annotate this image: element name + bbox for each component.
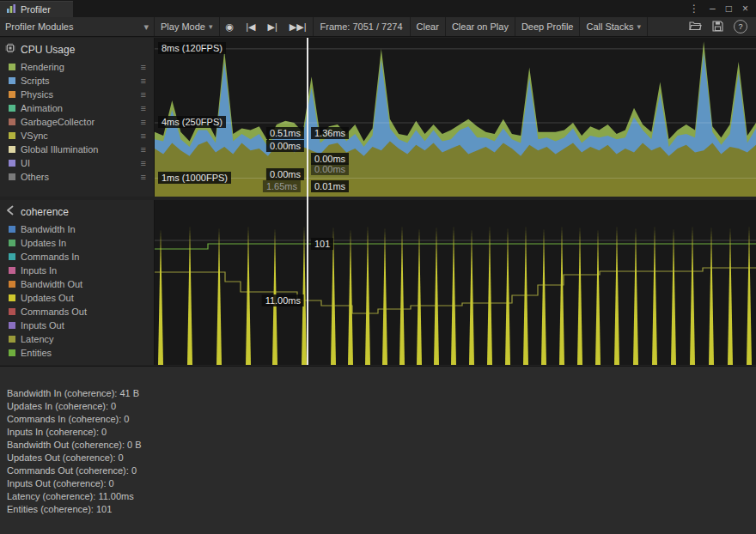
maximize-icon[interactable]: □ xyxy=(726,3,732,14)
load-profile-button[interactable] xyxy=(684,17,707,36)
chevron-down-icon: ▾ xyxy=(143,21,149,33)
coherence-module-icon xyxy=(5,205,15,218)
selected-frame-playhead[interactable] xyxy=(307,38,308,365)
legend-item-label: VSync xyxy=(21,130,48,141)
drag-handle-icon[interactable]: ≡ xyxy=(141,130,146,141)
save-profile-button[interactable] xyxy=(707,17,729,36)
titlebar: Profiler ⋮ – □ × xyxy=(0,0,756,17)
legend-item-commands-out[interactable]: Commands Out xyxy=(0,305,154,319)
drag-handle-icon[interactable]: ≡ xyxy=(141,144,146,155)
record-button[interactable]: ◉ xyxy=(220,17,241,36)
legend-item-label: Bandwidth Out xyxy=(21,279,82,289)
tab-title: Profiler xyxy=(21,4,51,15)
legend-item-label: Bandwidth In xyxy=(21,224,76,234)
minimize-icon[interactable]: – xyxy=(710,3,716,14)
stat-line: Entities (coherence): 101 xyxy=(7,503,756,516)
deep-profile-toggle[interactable]: Deep Profile xyxy=(515,17,580,36)
legend-color-swatch xyxy=(9,322,15,329)
legend-color-swatch xyxy=(9,336,15,343)
legend-item-bandwidth-in[interactable]: Bandwidth In xyxy=(0,222,154,236)
legend-item-commands-in[interactable]: Commands In xyxy=(0,250,154,264)
drag-handle-icon[interactable]: ≡ xyxy=(141,76,146,86)
legend-color-swatch xyxy=(9,64,15,70)
legend-item-global-illumination[interactable]: Global Illumination≡ xyxy=(0,143,154,156)
legend-item-bandwidth-out[interactable]: Bandwidth Out xyxy=(0,277,154,291)
chart-badge: 8ms (120FPS) xyxy=(158,42,226,54)
chart-badge: 4ms (250FPS) xyxy=(158,116,226,128)
legend-item-rendering[interactable]: Rendering≡ xyxy=(0,60,154,74)
call-stacks-dropdown[interactable]: Call Stacks ▾ xyxy=(580,17,647,36)
drag-handle-icon[interactable]: ≡ xyxy=(141,103,146,113)
legend-item-label: Inputs In xyxy=(21,265,57,276)
legend-item-label: Physics xyxy=(21,89,53,100)
profiler-modules-label: Profiler Modules xyxy=(5,21,73,32)
drag-handle-icon[interactable]: ≡ xyxy=(141,62,146,72)
previous-frame-button[interactable]: |◀ xyxy=(240,17,261,36)
legend-item-vsync[interactable]: VSync≡ xyxy=(0,129,154,143)
chart-badge: 1.36ms xyxy=(311,127,349,139)
legend-item-latency[interactable]: Latency xyxy=(0,332,154,346)
legend-item-label: Commands In xyxy=(21,252,79,262)
help-button[interactable]: ? xyxy=(729,17,753,36)
next-frame-button[interactable]: ▶| xyxy=(261,17,283,36)
next-frame-icon: ▶| xyxy=(267,21,277,33)
legend-item-ui[interactable]: UI≡ xyxy=(0,156,154,170)
profiler-toolbar: Profiler Modules ▾ Play Mode ▾ ◉ |◀ ▶| ▶… xyxy=(0,17,756,37)
module-header-cpu-usage[interactable]: CPU Usage xyxy=(0,38,154,60)
coherence-chart[interactable]: 10111.00ms xyxy=(155,200,756,365)
drag-handle-icon[interactable]: ≡ xyxy=(141,158,146,168)
toolbar-right-group: ? xyxy=(684,17,756,36)
legend-item-updates-in[interactable]: Updates In xyxy=(0,236,154,250)
profiler-modules-dropdown[interactable]: Profiler Modules ▾ xyxy=(0,17,155,36)
module-header-coherence[interactable]: coherence xyxy=(0,200,154,222)
coherence-chart-canvas xyxy=(155,200,756,365)
legend-color-swatch xyxy=(9,267,15,274)
drag-handle-icon[interactable]: ≡ xyxy=(141,89,146,100)
legend-item-label: Updates In xyxy=(21,238,66,248)
legend-color-swatch xyxy=(9,240,15,246)
frame-counter: Frame: 7051 / 7274 xyxy=(314,17,410,36)
legend-item-label: Latency xyxy=(21,334,54,344)
clear-on-play-toggle[interactable]: Clear on Play xyxy=(446,17,515,36)
cpu-usage-chart[interactable]: 8ms (120FPS)4ms (250FPS)1ms (1000FPS)0.5… xyxy=(155,38,756,197)
legend-color-swatch xyxy=(9,160,15,167)
stat-line: Inputs Out (coherence): 0 xyxy=(7,477,756,490)
legend-item-scripts[interactable]: Scripts≡ xyxy=(0,74,154,88)
close-icon[interactable]: × xyxy=(742,3,748,14)
cpu-module-icon xyxy=(5,43,15,56)
chart-badge: 0.01ms xyxy=(311,180,349,192)
coherence-module-row: coherenceBandwidth InUpdates InCommands … xyxy=(0,200,756,365)
legend-item-others[interactable]: Others≡ xyxy=(0,170,154,184)
module-title: coherence xyxy=(21,206,69,218)
legend-item-entities[interactable]: Entities xyxy=(0,346,154,360)
legend-color-swatch xyxy=(9,132,15,139)
chart-badge: 0.00ms xyxy=(311,163,349,175)
legend-item-inputs-out[interactable]: Inputs Out xyxy=(0,319,154,332)
legend-color-swatch xyxy=(9,77,15,84)
window-menu-icon[interactable]: ⋮ xyxy=(689,3,699,14)
legend-color-swatch xyxy=(9,253,15,260)
drag-handle-icon[interactable]: ≡ xyxy=(141,117,146,127)
legend-item-animation[interactable]: Animation≡ xyxy=(0,101,154,115)
legend-item-label: Scripts xyxy=(21,76,50,86)
clear-button[interactable]: Clear xyxy=(411,17,445,36)
tab-profiler[interactable]: Profiler xyxy=(0,1,73,17)
legend-item-label: GarbageCollector xyxy=(21,117,94,127)
play-mode-dropdown[interactable]: Play Mode ▾ xyxy=(155,17,219,36)
chevron-down-icon: ▾ xyxy=(209,22,213,31)
legend-item-garbagecollector[interactable]: GarbageCollector≡ xyxy=(0,115,154,129)
legend-item-inputs-in[interactable]: Inputs In xyxy=(0,264,154,277)
legend-color-swatch xyxy=(9,308,15,315)
record-icon: ◉ xyxy=(226,21,235,33)
chart-badge: 11.00ms xyxy=(262,294,304,306)
legend-item-label: Entities xyxy=(21,348,52,358)
legend-item-updates-out[interactable]: Updates Out xyxy=(0,291,154,305)
drag-handle-icon[interactable]: ≡ xyxy=(141,172,146,182)
chart-badge: 1ms (1000FPS) xyxy=(158,172,231,184)
chevron-down-icon: ▾ xyxy=(637,22,642,31)
current-frame-button[interactable]: ▶▶| xyxy=(284,17,313,36)
legend-item-physics[interactable]: Physics≡ xyxy=(0,88,154,101)
legend-color-swatch xyxy=(9,105,15,112)
legend-color-swatch xyxy=(9,349,15,356)
folder-open-icon xyxy=(689,21,702,33)
